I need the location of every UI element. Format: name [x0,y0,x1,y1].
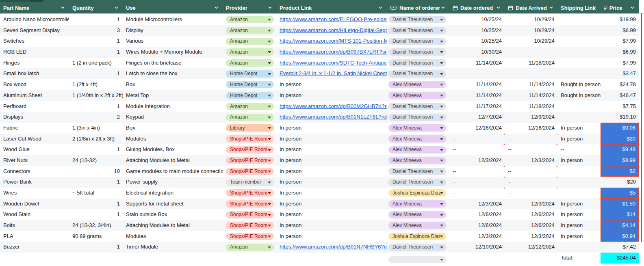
cell-date-arrived[interactable] [505,253,557,264]
column-header-shipping-link[interactable]: Shipping Link [557,2,601,13]
cell-shipping-link[interactable]: Bought in person [557,79,601,90]
orderer-chip[interactable]: Alex Mineeva [388,146,446,154]
cell-price[interactable]: $7.99 [601,58,639,69]
column-header-product-link[interactable]: Product Link [276,2,387,13]
cell-provider[interactable]: Amazon [223,242,276,253]
cell-product-link[interactable]: In person [276,231,387,242]
cell-product-link[interactable]: In person [276,90,387,101]
cell-price[interactable]: $5 [601,188,639,199]
cell-date-ordered[interactable]: 11/17/2024 [449,101,505,112]
cell-name-of-orderer[interactable]: Joshua Espinoza Diaz [387,231,449,242]
cell-quantity[interactable]: 1 [69,209,123,220]
cell-price[interactable]: $8.99 [601,155,639,166]
product-link[interactable]: https://www.amazon.com/dp/B00M2GHB7K?ref… [280,103,387,109]
cell-provider[interactable]: Shops/PIE Room [223,166,276,177]
cell-part-name[interactable]: Arduino Nano Microcontroller [0,14,69,25]
cell-price[interactable]: $4.14 [601,220,639,231]
cell-quantity[interactable]: 90.89 grams [69,231,123,242]
cell-shipping-link[interactable]: In person [557,134,601,145]
orderer-chip[interactable]: Alex Mineeva [388,200,446,208]
cell-date-arrived[interactable]: 12/12/2024 [505,242,557,253]
cell-use[interactable]: Stain outside Box [123,209,223,220]
orderer-chip[interactable]: Daniel Theunissen [388,168,446,175]
cell-provider[interactable]: Shops/PIE Room [223,188,276,199]
cell-name-of-orderer[interactable]: Daniel Theunissen [387,25,449,36]
cell-date-arrived[interactable]: -- [505,166,557,177]
cell-use[interactable]: Power supply [123,177,223,188]
cell-use[interactable]: Module Integration [123,101,223,112]
product-link[interactable]: https://www.amazon.com/SDTC-Tech-Antique… [280,60,387,66]
cell-name-of-orderer[interactable]: Alex Mineeva [387,134,449,145]
orderer-chip[interactable]: Daniel Theunissen [388,48,446,56]
cell-provider[interactable]: Library [223,123,276,134]
cell-use[interactable]: Modules [123,231,223,242]
cell-part-name[interactable]: Displays [0,112,69,123]
provider-chip[interactable]: Shops/PIE Room [226,222,274,229]
cell-provider[interactable]: Shops/PIE Room [223,231,276,242]
orderer-chip[interactable] [388,256,446,263]
cell-use[interactable]: Box [123,123,223,134]
cell-date-ordered[interactable]: 12/3/2024 [449,155,505,166]
cell-shipping-link[interactable] [557,58,601,69]
cell-date-ordered[interactable]: 12/16/2024 [449,123,505,134]
cell-use[interactable]: Attaching Modules to Metal [123,220,223,231]
orderer-chip[interactable]: Daniel Theunissen [388,16,446,23]
cell-use[interactable]: Hinges on the briefcase [123,58,223,69]
cell-date-arrived[interactable] [505,47,557,58]
cell-name-of-orderer[interactable]: Daniel Theunissen [387,242,449,253]
cell-quantity[interactable]: ~ 5ft total [69,188,123,199]
cell-price[interactable]: $3.47 [601,68,639,79]
chevron-down-icon[interactable] [114,6,119,9]
cell-date-arrived[interactable]: 12/9/2024 [505,112,557,123]
cell-date-arrived[interactable]: 12/16/2024 [505,123,557,134]
cell-part-name[interactable]: Wood Stain [0,209,69,220]
cell-shipping-link[interactable]: In person [557,209,601,220]
cell-shipping-link[interactable]: In person [557,231,601,242]
provider-chip[interactable]: Amazon [226,27,274,34]
cell-name-of-orderer[interactable]: Daniel Theunissen [387,112,449,123]
cell-price[interactable]: $9.48 [601,144,639,155]
cell-quantity[interactable]: 1 [69,68,123,79]
cell-part-name[interactable]: Connectors [0,166,69,177]
column-header-price[interactable]: #Price [601,2,639,13]
cell-date-ordered[interactable]: 12/6/2024 [449,209,505,220]
cell-date-ordered[interactable]: -- [449,144,505,155]
cell-date-ordered[interactable]: 10/25/24 [449,36,505,47]
provider-chip[interactable]: Shops/PIE Room [226,200,274,208]
cell-quantity[interactable] [69,253,123,264]
cell-provider[interactable]: Shops/PIE Room [223,199,276,210]
cell-use[interactable]: Wires Module + Memory Module [123,47,223,58]
cell-price[interactable]: $19.99 [601,14,639,25]
column-header-use[interactable]: Use [123,2,223,13]
cell-provider[interactable]: Shops/PIE Room [223,134,276,145]
provider-chip[interactable]: Shops/PIE Room [226,157,274,164]
orderer-chip[interactable]: Daniel Theunissen [388,179,446,186]
orderer-chip[interactable]: Daniel Theunissen [388,38,446,45]
cell-use[interactable]: Display [123,25,223,36]
cell-quantity[interactable]: 1 [69,14,123,25]
orderer-chip[interactable]: Joshua Espinoza Diaz [388,189,446,197]
cell-quantity[interactable]: 1 [69,101,123,112]
cell-quantity[interactable]: 1 [69,36,123,47]
cell-date-ordered[interactable]: 10/25/24 [449,14,505,25]
cell-provider[interactable]: Amazon [223,112,276,123]
cell-name-of-orderer[interactable]: Daniel Theunissen [387,177,449,188]
cell-date-ordered[interactable]: 12/10/2024 [449,242,505,253]
cell-quantity[interactable]: 1 [69,144,123,155]
cell-provider[interactable]: Home Depot [223,68,276,79]
total-label[interactable]: Total: [557,253,601,264]
provider-chip[interactable]: Home Depot [226,92,274,99]
cell-date-ordered[interactable]: -- [449,166,505,177]
cell-part-name[interactable]: Small box latch [0,68,69,79]
provider-chip[interactable]: Amazon [226,48,274,56]
cell-quantity[interactable]: 1 (1/40th in x 2ft x 2ft) [69,90,123,101]
cell-price[interactable]: $14 [601,209,639,220]
cell-use[interactable]: Metal Top [123,90,223,101]
provider-chip[interactable]: Shops/PIE Room [226,189,274,197]
cell-name-of-orderer[interactable]: Alex Mineeva [387,220,449,231]
cell-name-of-orderer[interactable]: Daniel Theunissen [387,47,449,58]
product-link[interactable]: https://www.amazon.com/dp/B01N7NHSY6?ref… [280,244,387,250]
provider-chip[interactable]: Home Depot [226,70,274,78]
cell-shipping-link[interactable] [557,112,601,123]
cell-quantity[interactable]: 24 (10-32, 3/4in) [69,220,123,231]
